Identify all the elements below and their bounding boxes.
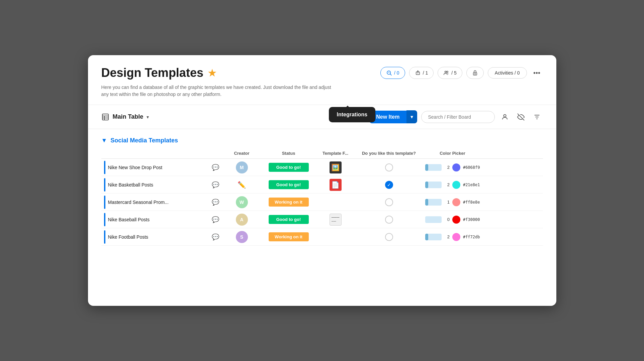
comment-icon[interactable]: 💬 xyxy=(212,233,219,241)
table-icon xyxy=(101,113,109,121)
lock-icon xyxy=(472,70,478,76)
file-empty xyxy=(330,196,342,208)
count-number: 2 xyxy=(444,182,450,187)
comment-icon[interactable]: 💬 xyxy=(212,181,219,189)
color-hex-value: #21e8e1 xyxy=(463,183,480,187)
status-badge[interactable]: Good to go! xyxy=(269,180,309,189)
new-item-dropdown-button[interactable]: ▾ xyxy=(406,110,417,123)
status-cell[interactable]: Working on it xyxy=(262,232,315,241)
row-bar xyxy=(104,213,105,226)
activities-label: Activities / 0 xyxy=(495,70,520,76)
file-thumbnail[interactable]: ───┄┄ xyxy=(330,214,342,226)
comment-icon[interactable]: 💬 xyxy=(212,199,219,206)
people-button[interactable]: / 5 xyxy=(438,67,462,79)
group-title: Social Media Templates xyxy=(110,137,178,144)
status-badge[interactable]: Working on it xyxy=(269,232,309,241)
permissions-button[interactable] xyxy=(466,67,484,79)
row-name-cell: Nike Football Posts 💬 xyxy=(101,230,222,244)
progress-bar xyxy=(425,164,442,171)
status-badge[interactable]: Good to go! xyxy=(269,163,309,172)
title-row: Design Templates ★ xyxy=(101,66,217,80)
robot-icon xyxy=(415,70,421,76)
automation-button[interactable]: / 1 xyxy=(409,67,434,79)
creator-avatar: W xyxy=(236,196,248,208)
user-icon xyxy=(501,113,509,121)
color-cell: 2 #6068f9 xyxy=(423,163,483,171)
color-cell: 1 #ff8e8e xyxy=(423,198,483,206)
tooltip-text: Integrations xyxy=(337,112,368,117)
row-name: Nike Basketball Posts xyxy=(108,182,153,188)
color-swatch[interactable] xyxy=(452,181,460,189)
color-cell: 2 #21e8e1 xyxy=(423,181,483,189)
automation-count-label: / 1 xyxy=(423,70,428,76)
integrations-tooltip: Integrations xyxy=(329,107,376,122)
more-menu-button[interactable]: ••• xyxy=(531,67,543,79)
header-controls: / 0 / 1 xyxy=(380,67,543,79)
activities-button[interactable]: Activities / 0 xyxy=(488,67,527,79)
status-badge[interactable]: Working on it xyxy=(269,198,309,207)
star-icon[interactable]: ★ xyxy=(207,67,217,79)
progress-bar-fill xyxy=(425,182,429,188)
row-bar xyxy=(104,178,105,192)
col-header-status: Status xyxy=(262,151,315,156)
row-bar xyxy=(104,196,105,209)
table-row: Nike Basketball Posts 💬 ✏️ Good to go! 📄… xyxy=(101,176,543,194)
status-badge[interactable]: Good to go! xyxy=(269,215,309,224)
like-unchecked-icon[interactable] xyxy=(385,233,393,241)
table-selector[interactable]: Main Table ▾ xyxy=(101,113,149,121)
row-name-cell: Nike New Shoe Drop Post 💬 xyxy=(101,161,222,174)
search-count-button[interactable]: / 0 xyxy=(380,67,405,79)
col-header-template: Template F... xyxy=(315,151,356,156)
color-hex-value: #6068f9 xyxy=(463,165,480,170)
like-unchecked-icon[interactable] xyxy=(385,163,393,171)
user-profile-button[interactable] xyxy=(499,111,511,123)
like-cell xyxy=(356,233,423,241)
count-number: 1 xyxy=(444,200,450,205)
template-cell: 📄 xyxy=(315,179,356,191)
table-row: Nike Football Posts 💬 S Working on it 2 … xyxy=(101,228,543,246)
row-name-cell: Mastercard Seasonal Prom... 💬 xyxy=(101,196,222,209)
status-cell[interactable]: Good to go! xyxy=(262,215,315,224)
group-collapse-icon[interactable]: ▼ xyxy=(101,137,107,144)
file-thumbnail[interactable]: 🖼️ xyxy=(330,161,342,173)
color-hex-value: #f30000 xyxy=(463,217,480,222)
file-empty xyxy=(330,231,342,243)
progress-bar-fill xyxy=(425,234,429,240)
count-number: 2 xyxy=(444,165,450,170)
row-name-cell: Nike Basketball Posts 💬 xyxy=(101,178,222,192)
comment-icon[interactable]: 💬 xyxy=(212,164,219,171)
eye-slash-icon xyxy=(517,113,525,121)
filter-button[interactable] xyxy=(531,111,543,123)
col-header-color: Color Picker xyxy=(423,151,483,156)
color-swatch[interactable] xyxy=(452,163,460,171)
new-item-button-group[interactable]: New Item ▾ xyxy=(369,110,417,123)
row-name: Nike Football Posts xyxy=(108,234,149,240)
progress-bar-fill xyxy=(425,199,429,206)
color-swatch[interactable] xyxy=(452,198,460,206)
filter-icon xyxy=(533,113,541,121)
col-header-creator: Creator xyxy=(222,151,262,156)
like-unchecked-icon[interactable] xyxy=(385,198,393,206)
color-swatch[interactable] xyxy=(452,216,460,224)
color-hex-value: #ff72db xyxy=(463,235,480,239)
creator-cell: ✏️ xyxy=(222,181,262,189)
creator-cell: M xyxy=(222,161,262,173)
progress-bar xyxy=(425,216,442,223)
table-row: Mastercard Seasonal Prom... 💬 W Working … xyxy=(101,194,543,211)
color-swatch[interactable] xyxy=(452,233,460,241)
like-unchecked-icon[interactable] xyxy=(385,216,393,224)
page-title: Design Templates xyxy=(101,66,203,80)
file-thumbnail[interactable]: 📄 xyxy=(330,179,342,191)
color-cell: 0 #f30000 xyxy=(423,216,483,224)
status-cell[interactable]: Good to go! xyxy=(262,180,315,189)
creator-avatar: M xyxy=(236,161,248,173)
toolbar: Main Table ▾ New Item ▾ xyxy=(88,105,556,129)
status-cell[interactable]: Working on it xyxy=(262,198,315,207)
comment-icon[interactable]: 💬 xyxy=(212,216,219,223)
search-filter-input[interactable] xyxy=(421,111,495,123)
svg-point-0 xyxy=(387,71,391,75)
visibility-button[interactable] xyxy=(515,111,527,123)
like-checked-icon[interactable]: ✓ xyxy=(385,181,393,189)
status-cell[interactable]: Good to go! xyxy=(262,163,315,172)
like-cell xyxy=(356,163,423,171)
